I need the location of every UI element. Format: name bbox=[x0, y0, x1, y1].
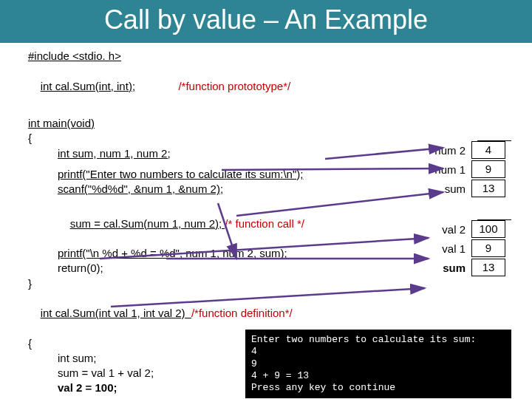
code-comment: /* function call */ bbox=[225, 217, 304, 230]
console-line: Enter two numbers to calculate its sum: bbox=[251, 334, 505, 346]
memory-row: num 1 9 bbox=[434, 160, 511, 178]
memory-cell: 4 bbox=[471, 141, 505, 159]
code-line: { bbox=[28, 131, 304, 146]
code-line: sum = cal.Sum(num 1, num 2); /* function… bbox=[28, 201, 304, 246]
code-line: int sum, num 1, num 2; bbox=[28, 146, 304, 161]
memory-cell: 9 bbox=[471, 160, 505, 178]
memory-cell: 13 bbox=[471, 259, 505, 276]
memory-label: val 1 bbox=[434, 242, 471, 255]
memory-cell: 9 bbox=[471, 239, 505, 257]
memory-label: num 2 bbox=[434, 144, 471, 157]
code-text: int cal.Sum(int val 1, int val 2) bbox=[41, 307, 191, 319]
memory-row: sum 13 bbox=[434, 180, 511, 197]
code-line: printf("\n %d + %d = %d", num 1, num 2, … bbox=[28, 246, 304, 261]
code-comment: /*function definition*/ bbox=[191, 307, 293, 319]
svg-line-0 bbox=[325, 148, 443, 159]
memory-cell: 13 bbox=[471, 180, 505, 197]
console-line: 4 bbox=[251, 346, 505, 358]
console-line: 4 + 9 = 13 bbox=[251, 370, 505, 382]
memory-cell: 100 bbox=[471, 220, 505, 238]
code-text: sum = cal.Sum(num 1, num 2); bbox=[70, 217, 225, 230]
memory-row: val 1 9 bbox=[434, 239, 511, 257]
memory-label: num 1 bbox=[434, 163, 471, 176]
code-line: int main(void) bbox=[28, 116, 304, 131]
code-line: } bbox=[28, 276, 304, 291]
console-output: Enter two numbers to calculate its sum: … bbox=[245, 330, 511, 398]
code-line: printf("Enter two numbers to calculate i… bbox=[28, 167, 304, 182]
memory-row: val 2 100 bbox=[434, 220, 511, 238]
memory-label: val 2 bbox=[434, 223, 471, 236]
memory-row: sum 13 bbox=[434, 259, 511, 276]
memory-label: sum bbox=[434, 183, 471, 195]
memory-label: sum bbox=[434, 262, 471, 274]
console-line: Press any key to continue bbox=[251, 382, 505, 394]
code-line: #include <stdio. h> bbox=[28, 49, 304, 64]
code-text: int cal.Sum(int, int); bbox=[41, 80, 135, 92]
code-line: scanf("%d%d", &num 1, &num 2); bbox=[28, 182, 304, 197]
code-line: int cal.Sum(int, int); /*function protot… bbox=[28, 64, 304, 109]
memory-visualization: num 2 4 num 1 9 sum 13 val 2 100 val 1 9… bbox=[434, 140, 511, 278]
code-comment: /*function protototype*/ bbox=[178, 80, 290, 92]
code-line: return(0); bbox=[28, 261, 304, 276]
console-line: 9 bbox=[251, 358, 505, 370]
slide-title: Call by value – An Example bbox=[0, 0, 532, 43]
memory-row: num 2 4 bbox=[434, 141, 511, 159]
